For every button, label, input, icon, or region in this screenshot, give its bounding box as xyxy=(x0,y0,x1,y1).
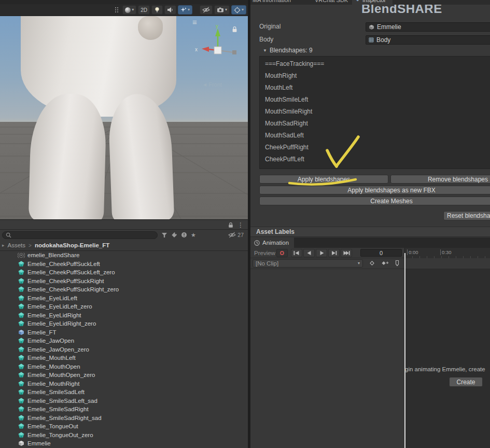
apply-blendshapes-button[interactable]: Apply blendshapes xyxy=(259,175,388,184)
tab-inspector[interactable]: ● Inspector xyxy=(352,0,393,5)
original-object-field[interactable]: Emmelie xyxy=(366,22,490,32)
asset-row[interactable]: Emelie_FT xyxy=(0,328,248,337)
tab-inspector-label: Inspector xyxy=(362,0,386,3)
toolbar-drag-handle-icon[interactable] xyxy=(115,7,119,13)
asset-icon xyxy=(18,363,25,370)
tick-mark xyxy=(440,249,441,255)
clip-dropdown[interactable]: [No Clip] ▾ xyxy=(253,259,363,268)
asset-row[interactable]: Emelie_MouthLeft xyxy=(0,354,248,362)
alert-icon[interactable] xyxy=(181,232,187,238)
breadcrumb-assets[interactable]: Assets xyxy=(8,242,26,248)
previous-frame-button[interactable] xyxy=(303,249,315,257)
scene-visibility-button[interactable] xyxy=(200,5,213,15)
asset-row[interactable]: Emelie_EyeLidLeft xyxy=(0,294,248,303)
asset-icon xyxy=(18,286,25,293)
blendshape-label: CheekPuffLeft xyxy=(265,156,304,163)
asset-row[interactable]: Emelie_SmileSadLeft_sad xyxy=(0,397,248,405)
search-input[interactable] xyxy=(13,232,154,238)
asset-row[interactable]: Emelie_MouthOpen xyxy=(0,362,248,371)
asset-row[interactable]: Emelie_SmileSadRight_sad xyxy=(0,414,248,423)
add-keyframe-filled-icon[interactable] xyxy=(381,260,389,267)
body-object-field[interactable]: Body xyxy=(366,35,490,45)
add-keyframe-icon[interactable] xyxy=(369,260,375,267)
hidden-count-toggle[interactable]: 27 xyxy=(228,232,244,238)
search-by-type-icon[interactable] xyxy=(161,232,167,238)
asset-row[interactable]: Emelie_CheekPuffSuckLeft xyxy=(0,260,248,269)
goto-begin-icon xyxy=(292,250,301,256)
blendshape-item[interactable]: MouthLeft xyxy=(260,81,490,93)
asset-row[interactable]: emelie_BlendShare xyxy=(0,251,248,260)
asset-row[interactable]: Emelie_SmileSadRight xyxy=(0,405,248,414)
gizmo-center-cube[interactable] xyxy=(214,47,221,54)
audio-toggle-button[interactable] xyxy=(164,5,176,15)
asset-row[interactable]: Emmelie xyxy=(0,439,248,448)
chevron-down-icon: ▾ xyxy=(188,8,190,12)
blendshape-item[interactable]: CheekPuffLeft xyxy=(260,153,490,165)
blendshape-item[interactable]: MouthSmileRight xyxy=(260,105,490,117)
blendshape-item[interactable]: MouthSadLeft xyxy=(260,129,490,141)
chevron-down-icon: ▾ xyxy=(358,261,360,265)
timeline-ruler[interactable]: 0:00 0:30 xyxy=(404,248,490,258)
asset-labels-header[interactable]: Asset Labels xyxy=(250,227,490,237)
asset-row[interactable]: Emelie_JawOpen xyxy=(0,337,248,345)
asset-row[interactable]: Emelie_CheekPuffSuckRight xyxy=(0,277,248,286)
orientation-gizmo[interactable]: y x xyxy=(191,23,243,75)
remove-blendshapes-button[interactable]: Remove blendshapes xyxy=(390,175,490,184)
asset-row[interactable]: Emelie_SmileSadLeft xyxy=(0,388,248,397)
asset-row[interactable]: Emelie_EyeLidLeft_zero xyxy=(0,302,248,311)
expand-arrow-icon[interactable]: ▸ xyxy=(2,243,5,248)
play-button[interactable] xyxy=(316,249,327,257)
asset-row[interactable]: Emelie_CheekPuffSuckLeft_zero xyxy=(0,268,248,277)
asset-row[interactable]: Emelie_CheekPuffSuckRight_zero xyxy=(0,285,248,294)
gizmo-x-arrow[interactable] xyxy=(202,47,209,52)
2d-toggle-button[interactable]: 2D xyxy=(138,5,150,15)
next-frame-button[interactable] xyxy=(328,249,340,257)
add-event-icon[interactable] xyxy=(394,260,400,267)
asset-row[interactable]: Emelie_TongueOut xyxy=(0,422,248,431)
blendshape-item[interactable]: ===FaceTracking=== xyxy=(260,58,490,69)
camera-dropdown-button[interactable]: ▾ xyxy=(214,5,230,15)
apply-blendshapes-fbx-button[interactable]: Apply blendshapes as new FBX xyxy=(259,186,490,194)
playhead-line[interactable] xyxy=(404,253,405,448)
tab-vrchat-sdk[interactable]: VRChat SDK xyxy=(315,0,348,3)
lighting-toggle-button[interactable] xyxy=(151,5,163,15)
search-by-label-icon[interactable] xyxy=(171,232,177,238)
create-clip-button[interactable]: Create xyxy=(449,377,483,387)
search-field[interactable] xyxy=(2,231,158,239)
gizmo-y-arrow[interactable] xyxy=(215,29,220,36)
reset-blendshapes-button[interactable]: Reset blendsha xyxy=(443,211,490,220)
lock-icon[interactable] xyxy=(228,222,233,228)
chevron-down-icon: ▾ xyxy=(225,8,227,12)
mesh-icon xyxy=(18,398,24,404)
favorites-star-icon[interactable]: ★ xyxy=(191,232,196,239)
blendshape-item[interactable]: MouthSadRight xyxy=(260,117,490,129)
blendshapes-foldout[interactable]: ▼ Blendshapes: 9 xyxy=(263,47,313,54)
gameobject-cube-icon xyxy=(369,24,374,30)
blendshape-item[interactable]: MouthSmileLeft xyxy=(260,93,490,105)
frame-number-field[interactable]: 0 xyxy=(360,249,402,257)
blendshape-item[interactable]: CheekPuffRight xyxy=(260,141,490,153)
shading-mode-button[interactable]: ▾ xyxy=(122,5,136,15)
asset-row[interactable]: Emelie_EyeLidRight_zero xyxy=(0,319,248,328)
tab-animation[interactable]: Animation xyxy=(250,237,294,248)
tab-ma-information[interactable]: MA Information xyxy=(253,0,291,3)
timeline-area[interactable] xyxy=(404,269,490,448)
view-orientation-label[interactable]: ◀ Front xyxy=(203,81,222,88)
blendshape-item[interactable]: MouthRight xyxy=(260,69,490,81)
asset-row[interactable]: Emelie_JawOpen_zero xyxy=(0,345,248,354)
gizmo-z-handle[interactable] xyxy=(232,50,236,54)
gizmos-dropdown-button[interactable]: ▾ xyxy=(231,5,246,15)
record-button[interactable] xyxy=(276,249,288,257)
goto-end-button[interactable] xyxy=(341,249,352,257)
scene-view[interactable]: ≡ y x ◀ Front xyxy=(0,16,248,220)
asset-row[interactable]: Emelie_EyeLidRight xyxy=(0,311,248,320)
breadcrumb-current-folder[interactable]: nodokahaShop-Emelie_FT xyxy=(35,242,109,248)
goto-begin-button[interactable] xyxy=(291,249,302,257)
kebab-menu-icon[interactable]: ⋮ xyxy=(237,222,244,228)
create-meshes-button[interactable]: Create Meshes xyxy=(259,197,490,205)
effects-dropdown-button[interactable]: ▾ xyxy=(178,5,192,15)
preview-toggle[interactable]: Preview xyxy=(254,250,275,256)
asset-row[interactable]: Emelie_MouthRight xyxy=(0,380,248,388)
asset-row[interactable]: Emelie_MouthOpen_zero xyxy=(0,371,248,380)
asset-row[interactable]: Emelie_TongueOut_zero xyxy=(0,431,248,440)
